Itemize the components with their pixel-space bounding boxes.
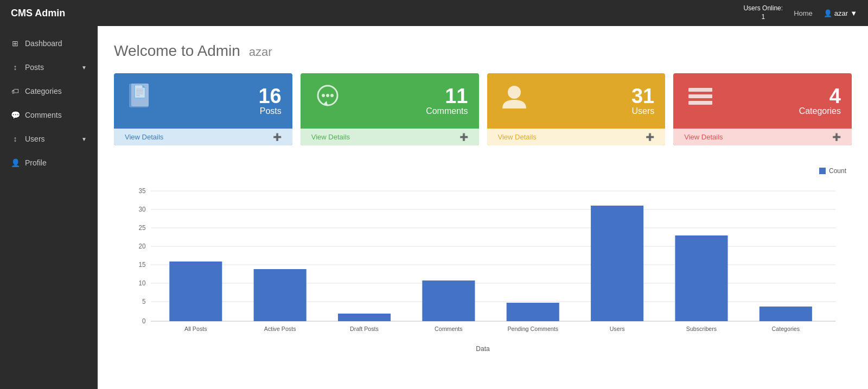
- svg-rect-10: [688, 94, 712, 98]
- sidebar-item-label: Categories: [25, 87, 62, 95]
- users-online: Users Online: 1: [743, 4, 783, 21]
- arrow-circle-icon: ➕: [646, 133, 654, 141]
- svg-point-8: [508, 86, 521, 99]
- layout: ⊞ Dashboard ↕ Posts ▼ 🏷 Categories 💬 Com…: [0, 26, 868, 389]
- sidebar-item-comments[interactable]: 💬 Comments: [0, 103, 98, 127]
- bar-comments: [422, 280, 475, 321]
- user-menu[interactable]: 👤 azar ▼: [824, 9, 857, 17]
- bar-active-posts: [254, 269, 307, 321]
- svg-text:Users: Users: [610, 326, 625, 332]
- users-view-details[interactable]: View Details: [498, 133, 537, 141]
- dashboard-icon: ⊞: [11, 39, 20, 48]
- svg-text:Subscribers: Subscribers: [686, 326, 717, 332]
- svg-text:Categories: Categories: [772, 326, 800, 332]
- brand-title: CMS Admin: [11, 8, 65, 19]
- card-body: 4 Categories: [673, 73, 852, 129]
- stats-cards: 📄 16 Posts View Details ➕: [114, 73, 852, 145]
- profile-icon: 👤: [11, 158, 20, 167]
- sidebar-item-label: Comments: [25, 111, 62, 119]
- categories-icon: 🏷: [11, 87, 20, 95]
- chart-container: Count 35 30 25 20 15: [114, 162, 852, 374]
- svg-text:All Posts: All Posts: [184, 326, 207, 332]
- posts-stat-card: 📄 16 Posts View Details ➕: [114, 73, 292, 145]
- bar-subscribers: [675, 235, 727, 321]
- caret-icon: ▼: [81, 65, 87, 71]
- svg-text:20: 20: [139, 243, 146, 250]
- svg-text:0: 0: [142, 317, 146, 325]
- arrow-circle-icon: ➕: [832, 133, 841, 141]
- arrow-circle-icon: ➕: [459, 133, 468, 141]
- sidebar-item-profile[interactable]: 👤 Profile: [0, 151, 98, 175]
- legend-color-swatch: [819, 168, 826, 174]
- navbar-right: Users Online: 1 Home 👤 azar ▼: [743, 4, 857, 21]
- legend-label: Count: [829, 167, 846, 175]
- bar-pending-comments: [507, 303, 559, 321]
- card-body: 11 Comments: [301, 73, 479, 129]
- svg-text:5: 5: [142, 298, 146, 305]
- users-count: 31: [631, 86, 654, 106]
- svg-text:10: 10: [139, 279, 146, 287]
- categories-card-footer: View Details ➕: [673, 129, 852, 145]
- sidebar-item-label: Profile: [25, 158, 47, 167]
- arrow-circle-icon: ➕: [273, 133, 282, 141]
- comments-view-details[interactable]: View Details: [311, 133, 350, 141]
- sidebar-item-categories[interactable]: 🏷 Categories: [0, 79, 98, 103]
- categories-stat-card: 4 Categories View Details ➕: [673, 73, 852, 145]
- categories-view-details[interactable]: View Details: [684, 133, 723, 141]
- posts-count: 16: [258, 86, 281, 106]
- sidebar-item-dashboard[interactable]: ⊞ Dashboard: [0, 31, 98, 55]
- bar-draft-posts: [338, 314, 391, 321]
- caret-icon: ▼: [81, 136, 87, 142]
- bar-all-posts: [169, 262, 222, 321]
- sidebar-item-posts[interactable]: ↕ Posts ▼: [0, 55, 98, 79]
- bar-categories: [760, 307, 812, 321]
- sidebar-item-label: Posts: [25, 63, 44, 72]
- bar-chart-svg: 35 30 25 20 15 10 5 0: [119, 180, 846, 343]
- svg-text:Pending Comments: Pending Comments: [507, 326, 558, 332]
- svg-point-6: [330, 94, 334, 97]
- comments-count: 11: [426, 86, 468, 106]
- chart-legend: Count: [119, 167, 846, 175]
- posts-icon: ↕: [11, 63, 20, 72]
- user-icon: 👤: [824, 9, 832, 17]
- navbar: CMS Admin Users Online: 1 Home 👤 azar ▼: [0, 0, 868, 26]
- home-link[interactable]: Home: [794, 9, 813, 17]
- categories-numbers: 4 Categories: [799, 86, 841, 116]
- categories-card-icon: [684, 81, 717, 120]
- posts-card-footer: View Details ➕: [114, 129, 292, 145]
- posts-label: Posts: [258, 106, 281, 116]
- svg-text:Draft Posts: Draft Posts: [350, 326, 379, 332]
- categories-count: 4: [799, 86, 841, 106]
- users-label: Users: [631, 106, 654, 116]
- svg-rect-11: [688, 101, 712, 105]
- comments-numbers: 11 Comments: [426, 86, 468, 116]
- comments-card-footer: View Details ➕: [301, 129, 479, 145]
- users-icon: ↕: [11, 135, 20, 143]
- comments-stat-card: 11 Comments View Details ➕: [301, 73, 479, 145]
- svg-text:Active Posts: Active Posts: [264, 326, 296, 332]
- posts-card-icon: 📄: [125, 81, 157, 120]
- welcome-title: Welcome to Admin azar: [114, 42, 852, 60]
- svg-point-4: [322, 94, 325, 97]
- card-body: 📄 16 Posts: [114, 73, 292, 129]
- svg-point-5: [326, 94, 329, 97]
- svg-text:35: 35: [139, 187, 146, 195]
- svg-rect-9: [688, 88, 712, 92]
- bar-users: [591, 206, 643, 321]
- posts-view-details[interactable]: View Details: [125, 133, 163, 141]
- svg-text:Comments: Comments: [435, 326, 463, 332]
- comments-card-icon: [311, 81, 344, 120]
- sidebar-item-users[interactable]: ↕ Users ▼: [0, 127, 98, 151]
- users-numbers: 31 Users: [631, 86, 654, 116]
- svg-text:30: 30: [139, 206, 146, 213]
- svg-text:15: 15: [139, 261, 146, 269]
- posts-numbers: 16 Posts: [258, 86, 281, 116]
- sidebar-item-label: Dashboard: [25, 39, 62, 48]
- svg-text:25: 25: [139, 224, 146, 232]
- comments-icon: 💬: [11, 111, 20, 119]
- users-card-footer: View Details ➕: [487, 129, 666, 145]
- comments-label: Comments: [426, 106, 468, 116]
- x-axis-label: Data: [119, 345, 846, 353]
- main-content: Welcome to Admin azar 📄 16: [98, 26, 868, 389]
- sidebar-item-label: Users: [25, 135, 45, 143]
